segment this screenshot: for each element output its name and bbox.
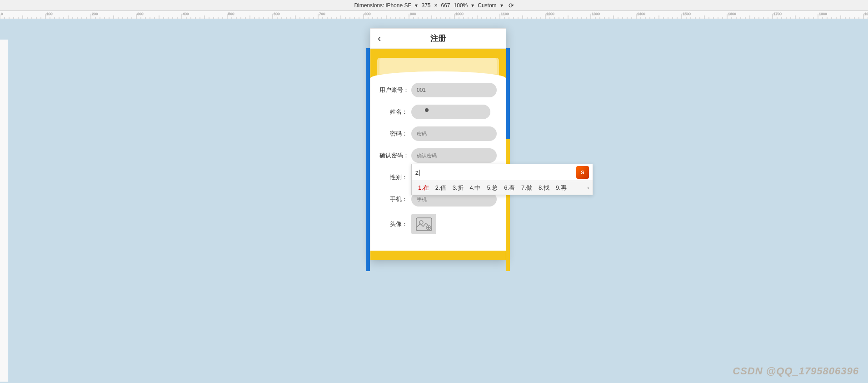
svg-text:1300: 1300 [592,12,600,16]
svg-text:1900: 1900 [864,12,868,16]
ime-suggestion-9[interactable]: 9.再 [553,183,569,193]
back-button[interactable]: ‹ [378,33,381,45]
svg-text:400: 400 [183,12,189,16]
ime-suggestion-5[interactable]: 5.总 [484,183,500,193]
svg-text:200: 200 [92,12,98,16]
phone-outer: ‹ 注册 用户账号： 姓名： [370,28,506,260]
title-bar: ‹ 注册 [370,29,506,49]
canvas-area: ‹ 注册 用户账号： 姓名： [0,19,868,382]
name-row: 姓名： [379,105,497,119]
ime-suggestion-7[interactable]: 7.做 [519,183,535,193]
ime-suggestion-3[interactable]: 3.折 [450,183,466,193]
ime-suggestion-6[interactable]: 6.着 [501,183,518,193]
svg-text:1600: 1600 [728,12,736,16]
top-toolbar: Dimensions: iPhone SE ▾ 375 × 667 100% ▾… [0,0,868,11]
avatar-row: 头像： [379,214,497,234]
ime-popup: z| S 1.在 2.值 3.折 4.中 5.总 6.着 7.做 8.找 9.再… [411,164,593,195]
ime-input-row: z| S [412,164,593,181]
dimensions-arrow[interactable]: ▾ [415,2,418,9]
svg-text:900: 900 [410,12,416,16]
cursor-indicator [425,108,429,112]
avatar-placeholder[interactable] [411,214,436,234]
ime-typed-text: z| [415,169,576,176]
dimensions-label: Dimensions: iPhone SE [354,2,411,9]
custom-label: Custom [478,2,496,9]
account-label: 用户账号： [379,86,408,94]
confirm-password-row: 确认密码： [379,148,497,163]
svg-text:1700: 1700 [773,12,782,16]
account-row: 用户账号： [379,83,497,97]
confirm-password-label: 确认密码： [379,151,408,160]
separator: × [434,2,438,9]
svg-text:1500: 1500 [683,12,691,16]
ime-suggestion-8[interactable]: 8.找 [536,183,552,193]
ime-suggestion-4[interactable]: 4.中 [467,183,484,193]
custom-arrow[interactable]: ▾ [500,2,503,9]
password-label: 密码： [379,130,408,138]
ruler-vertical [0,40,8,382]
avatar-label: 头像： [379,220,408,228]
yellow-header [370,49,506,78]
svg-text:1200: 1200 [546,12,554,16]
svg-text:1100: 1100 [501,12,509,16]
ruler-horizontal: 0100200300400500600700800900100011001200… [0,11,868,19]
ime-logo-text: S [581,170,584,175]
confirm-password-input[interactable] [411,148,497,163]
name-field-container [411,105,497,119]
rotate-icon[interactable]: ⟳ [509,2,514,9]
svg-text:1400: 1400 [637,12,645,16]
yellow-accent-right [506,139,510,271]
svg-text:700: 700 [319,12,325,16]
gender-label: 性别： [379,173,408,181]
ime-suggestions-row: 1.在 2.值 3.折 4.中 5.总 6.着 7.做 8.找 9.再 › [412,181,593,195]
yellow-bottom-bar [370,251,506,260]
svg-text:1800: 1800 [819,12,827,16]
name-label: 姓名： [379,108,408,116]
svg-text:300: 300 [137,12,144,16]
blue-accent-left [366,48,370,271]
name-input[interactable] [411,105,490,119]
account-input[interactable] [411,83,497,97]
password-row: 密码： [379,126,497,141]
ime-suggestion-1[interactable]: 1.在 [415,183,432,193]
height-value: 667 [441,2,450,9]
width-value: 375 [421,2,430,9]
phone-frame: ‹ 注册 用户账号： 姓名： [370,28,506,260]
phone-label: 手机： [379,195,408,203]
zoom-arrow[interactable]: ▾ [471,2,474,9]
svg-text:500: 500 [228,12,234,16]
page-title: 注册 [430,33,446,44]
blue-accent-right [506,48,510,139]
svg-text:800: 800 [364,12,371,16]
ime-more-arrow[interactable]: › [587,185,589,191]
zoom-value: 100% [454,2,468,9]
password-input[interactable] [411,126,497,141]
svg-text:1000: 1000 [455,12,464,16]
svg-text:600: 600 [274,12,280,16]
watermark: CSDN @QQ_1795806396 [733,365,859,377]
ime-suggestion-2[interactable]: 2.值 [433,183,449,193]
ime-logo: S [576,166,589,179]
svg-text:0: 0 [1,12,3,16]
svg-text:100: 100 [46,12,53,16]
